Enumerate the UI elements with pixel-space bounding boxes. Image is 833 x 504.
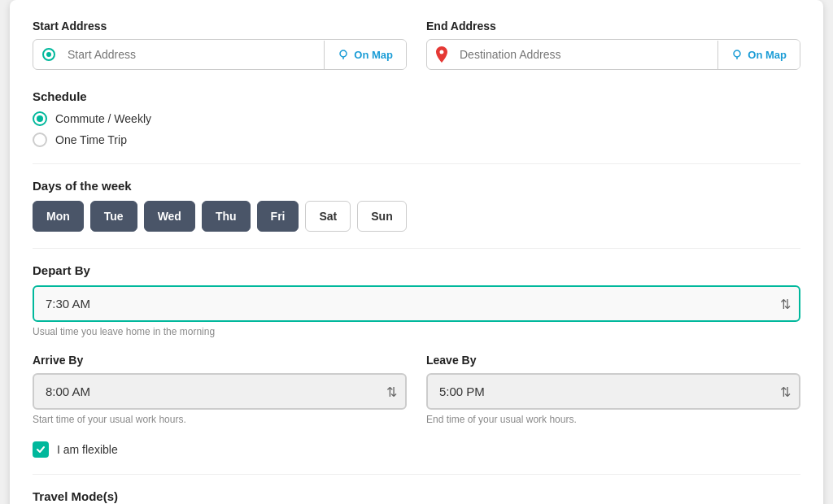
start-on-map-button[interactable]: On Map bbox=[324, 41, 406, 69]
day-btn-sun[interactable]: Sun bbox=[357, 201, 406, 232]
flexible-checkbox[interactable] bbox=[33, 441, 49, 458]
travel-label: Travel Mode(s) bbox=[33, 489, 800, 503]
arrive-hint: Start time of your usual work hours. bbox=[33, 414, 407, 425]
day-btn-wed[interactable]: Wed bbox=[144, 201, 195, 232]
depart-label: Depart By bbox=[33, 263, 800, 277]
arrive-label: Arrive By bbox=[33, 354, 407, 367]
divider-3 bbox=[33, 474, 800, 475]
schedule-commute-radio[interactable] bbox=[33, 111, 47, 126]
end-address-label: End Address bbox=[426, 20, 800, 33]
leave-label: Leave By bbox=[426, 354, 800, 367]
main-card: Start Address On Map bbox=[10, 0, 823, 504]
leave-select-wrap: 3:00 PM4:00 PM5:00 PM6:00 PM7:00 PM ⇅ bbox=[426, 373, 800, 410]
schedule-label: Schedule bbox=[33, 89, 800, 103]
schedule-onetime-radio[interactable] bbox=[33, 133, 47, 147]
depart-hint: Usual time you leave home in the morning bbox=[33, 326, 800, 337]
schedule-commute-label: Commute / Weekly bbox=[55, 112, 151, 125]
day-btn-thu[interactable]: Thu bbox=[202, 201, 251, 232]
arrive-select-wrap: 7:00 AM7:30 AM8:00 AM8:30 AM9:00 AM ⇅ bbox=[33, 373, 407, 410]
day-btn-tue[interactable]: Tue bbox=[90, 201, 137, 232]
days-label: Days of the week bbox=[33, 179, 800, 193]
days-section: Days of the week MonTueWedThuFriSatSun bbox=[33, 179, 800, 232]
arrive-group: Arrive By 7:00 AM7:30 AM8:00 AM8:30 AM9:… bbox=[33, 354, 407, 425]
days-row: MonTueWedThuFriSatSun bbox=[33, 201, 800, 232]
start-address-icon bbox=[33, 47, 64, 62]
arrive-select[interactable]: 7:00 AM7:30 AM8:00 AM8:30 AM9:00 AM bbox=[33, 373, 407, 410]
end-address-group: End Address On Map bbox=[426, 20, 800, 70]
depart-select-wrap: 6:00 AM6:30 AM7:00 AM7:30 AM8:00 AM8:30 … bbox=[33, 285, 800, 322]
depart-select[interactable]: 6:00 AM6:30 AM7:00 AM7:30 AM8:00 AM8:30 … bbox=[33, 285, 800, 322]
end-on-map-button[interactable]: On Map bbox=[717, 41, 800, 69]
time-row: Arrive By 7:00 AM7:30 AM8:00 AM8:30 AM9:… bbox=[33, 354, 800, 425]
divider-2 bbox=[33, 248, 800, 249]
start-address-input[interactable] bbox=[64, 40, 324, 69]
start-address-input-wrap: On Map bbox=[33, 39, 407, 70]
leave-group: Leave By 3:00 PM4:00 PM5:00 PM6:00 PM7:0… bbox=[426, 354, 800, 425]
svg-point-1 bbox=[46, 52, 51, 57]
day-btn-mon[interactable]: Mon bbox=[33, 201, 84, 232]
schedule-section: Schedule Commute / Weekly One Time Trip bbox=[33, 89, 800, 147]
end-address-icon bbox=[427, 46, 456, 63]
end-address-input[interactable] bbox=[456, 40, 717, 69]
depart-section: Depart By 6:00 AM6:30 AM7:00 AM7:30 AM8:… bbox=[33, 263, 800, 337]
end-address-input-wrap: On Map bbox=[426, 39, 800, 70]
divider-1 bbox=[33, 163, 800, 164]
flexible-label: I am flexible bbox=[57, 443, 118, 456]
leave-select[interactable]: 3:00 PM4:00 PM5:00 PM6:00 PM7:00 PM bbox=[426, 373, 800, 410]
start-address-label: Start Address bbox=[33, 20, 407, 33]
address-row: Start Address On Map bbox=[33, 20, 800, 70]
schedule-onetime-option[interactable]: One Time Trip bbox=[33, 133, 800, 147]
start-address-group: Start Address On Map bbox=[33, 20, 407, 70]
schedule-commute-option[interactable]: Commute / Weekly bbox=[33, 111, 800, 126]
day-btn-sat[interactable]: Sat bbox=[305, 201, 351, 232]
svg-point-4 bbox=[734, 50, 740, 57]
leave-hint: End time of your usual work hours. bbox=[426, 414, 800, 425]
schedule-onetime-label: One Time Trip bbox=[55, 133, 127, 146]
svg-point-2 bbox=[340, 50, 347, 57]
flexible-row[interactable]: I am flexible bbox=[33, 441, 800, 458]
day-btn-fri[interactable]: Fri bbox=[257, 201, 299, 232]
travel-section: Travel Mode(s) Carpool/Vanpool Bikepool bbox=[33, 489, 800, 504]
